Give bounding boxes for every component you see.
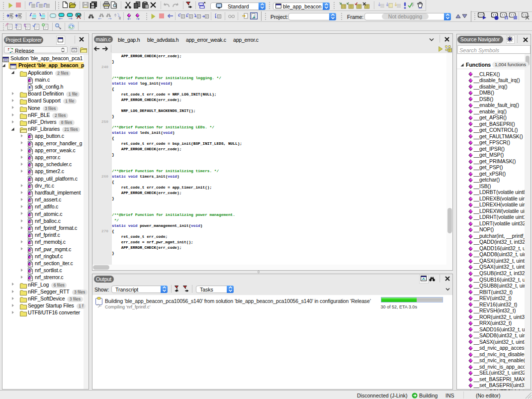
svg-text:B: B bbox=[119, 16, 121, 20]
